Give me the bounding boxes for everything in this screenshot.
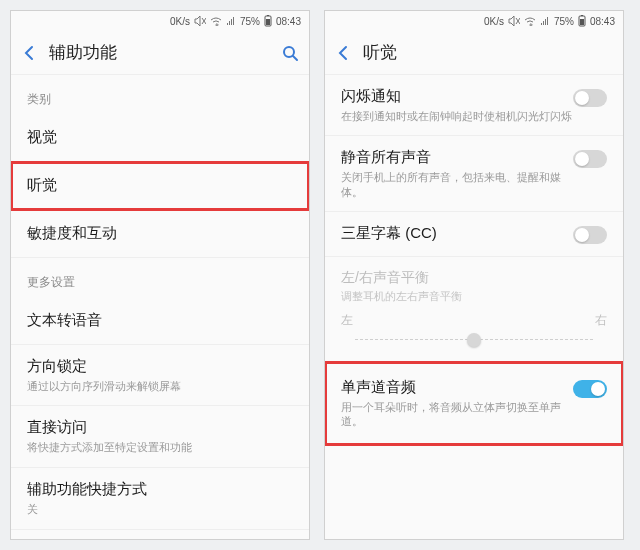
back-icon[interactable] xyxy=(335,44,353,62)
row-mute[interactable]: 静音所有声音 关闭手机上的所有声音，包括来电、提醒和媒体。 xyxy=(325,136,623,212)
net-speed: 0K/s xyxy=(170,16,190,27)
wifi-icon xyxy=(210,16,222,26)
battery-pct: 75% xyxy=(240,16,260,27)
item-vision[interactable]: 视觉 xyxy=(11,114,309,162)
page-title: 辅助功能 xyxy=(49,41,281,64)
search-icon[interactable] xyxy=(281,44,299,62)
phone-left: 0K/s 75% 08:43 辅助功能 类别 视觉 听觉 敏捷度和互动 更多设置… xyxy=(10,10,310,540)
app-bar: 辅助功能 xyxy=(11,31,309,75)
toggle-cc[interactable] xyxy=(573,226,607,244)
item-direct-access[interactable]: 直接访问 将快捷方式添加至特定设置和功能 xyxy=(11,406,309,467)
toggle-mono[interactable] xyxy=(573,380,607,398)
svg-rect-5 xyxy=(580,19,584,25)
svg-rect-1 xyxy=(266,19,270,25)
item-direction-lock-sub: 通过以方向序列滑动来解锁屏幕 xyxy=(27,379,293,393)
signal-icon xyxy=(226,16,236,26)
item-tts-label: 文本转语音 xyxy=(27,311,293,330)
item-tts[interactable]: 文本转语音 xyxy=(11,297,309,345)
row-flash-sub: 在接到通知时或在闹钟响起时使相机闪光灯闪烁 xyxy=(341,109,573,123)
balance-right-label: 右 xyxy=(595,312,607,329)
battery-pct: 75% xyxy=(554,16,574,27)
item-direct-access-sub: 将快捷方式添加至特定设置和功能 xyxy=(27,440,293,454)
item-shortcut-label: 辅助功能快捷方式 xyxy=(27,480,293,499)
row-balance-sub: 调整耳机的左右声音平衡 xyxy=(341,289,607,304)
row-balance-title: 左/右声音平衡 xyxy=(341,269,607,287)
row-mono-sub: 用一个耳朵听时，将音频从立体声切换至单声道。 xyxy=(341,400,573,429)
clock: 08:43 xyxy=(276,16,301,27)
row-balance: 左/右声音平衡 调整耳机的左右声音平衡 左 右 xyxy=(325,257,623,362)
item-dexterity-label: 敏捷度和互动 xyxy=(27,224,293,243)
battery-icon xyxy=(264,15,272,27)
item-dexterity[interactable]: 敏捷度和互动 xyxy=(11,210,309,258)
item-direct-access-label: 直接访问 xyxy=(27,418,293,437)
row-flash[interactable]: 闪烁通知 在接到通知时或在闹钟响起时使相机闪光灯闪烁 xyxy=(325,75,623,136)
net-speed: 0K/s xyxy=(484,16,504,27)
row-cc[interactable]: 三星字幕 (CC) xyxy=(325,212,623,257)
item-vision-label: 视觉 xyxy=(27,128,293,147)
toggle-flash[interactable] xyxy=(573,89,607,107)
status-bar: 0K/s 75% 08:43 xyxy=(325,11,623,31)
item-direction-lock[interactable]: 方向锁定 通过以方向序列滑动来解锁屏幕 xyxy=(11,345,309,406)
item-hearing-label: 听觉 xyxy=(27,176,293,195)
row-mute-label: 静音所有声音 xyxy=(341,148,573,167)
item-shortcut[interactable]: 辅助功能快捷方式 关 xyxy=(11,468,309,530)
item-direction-lock-label: 方向锁定 xyxy=(27,357,293,376)
item-hearing[interactable]: 听觉 xyxy=(11,162,309,210)
row-mono-label: 单声道音频 xyxy=(341,378,573,397)
phone-right: 0K/s 75% 08:43 听觉 闪烁通知 在接到通知时或在闹钟响起时使相机闪… xyxy=(324,10,624,540)
section-category: 类别 xyxy=(11,75,309,114)
row-mono[interactable]: 单声道音频 用一个耳朵听时，将音频从立体声切换至单声道。 xyxy=(325,362,623,446)
signal-icon xyxy=(540,16,550,26)
row-mute-sub: 关闭手机上的所有声音，包括来电、提醒和媒体。 xyxy=(341,170,573,199)
app-bar: 听觉 xyxy=(325,31,623,75)
back-icon[interactable] xyxy=(21,44,39,62)
settings-list: 类别 视觉 听觉 敏捷度和互动 更多设置 文本转语音 方向锁定 通过以方向序列滑… xyxy=(11,75,309,539)
mute-icon xyxy=(508,16,520,26)
section-more: 更多设置 xyxy=(11,258,309,297)
item-reminder[interactable]: 通知提醒 关 xyxy=(11,530,309,539)
balance-slider xyxy=(341,331,607,349)
row-flash-label: 闪烁通知 xyxy=(341,87,573,106)
clock: 08:43 xyxy=(590,16,615,27)
balance-thumb xyxy=(467,333,481,347)
mute-icon xyxy=(194,16,206,26)
row-cc-label: 三星字幕 (CC) xyxy=(341,224,573,243)
svg-rect-6 xyxy=(581,15,583,16)
balance-left-label: 左 xyxy=(341,312,353,329)
item-shortcut-state: 关 xyxy=(27,502,293,517)
wifi-icon xyxy=(524,16,536,26)
svg-rect-2 xyxy=(267,15,269,16)
page-title: 听觉 xyxy=(363,41,613,64)
hearing-list: 闪烁通知 在接到通知时或在闹钟响起时使相机闪光灯闪烁 静音所有声音 关闭手机上的… xyxy=(325,75,623,539)
toggle-mute[interactable] xyxy=(573,150,607,168)
status-bar: 0K/s 75% 08:43 xyxy=(11,11,309,31)
battery-icon xyxy=(578,15,586,27)
